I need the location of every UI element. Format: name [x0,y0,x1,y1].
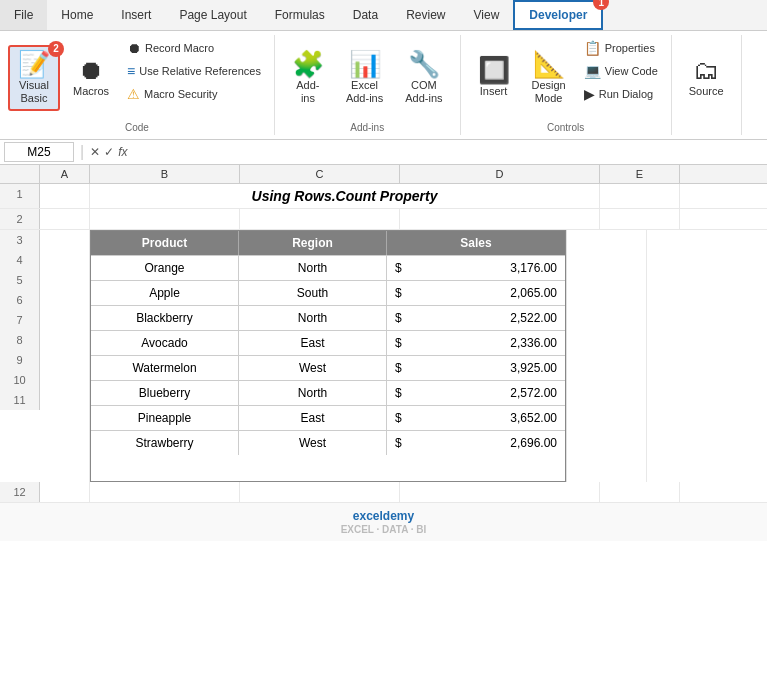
source-button[interactable]: 🗂 Source [680,52,733,103]
cell-d2[interactable] [400,209,600,229]
cell-region[interactable]: North [239,306,387,330]
row-num-12: 12 [0,482,40,502]
view-code-label: View Code [605,65,658,77]
cell-sales[interactable]: $ 2,336.00 [387,331,565,355]
macro-security-button[interactable]: ⚠ Macro Security [122,83,266,105]
record-macro-label: Record Macro [145,42,214,54]
com-add-ins-button[interactable]: 🔧 COMAdd-ins [396,46,451,110]
tab-review[interactable]: Review [392,0,459,30]
excel-add-ins-button[interactable]: 📊 ExcelAdd-ins [337,46,392,110]
cell-a12[interactable] [40,482,90,502]
sales-value: 2,572.00 [510,386,557,400]
tab-formulas[interactable]: Formulas [261,0,339,30]
cell-region[interactable]: West [239,431,387,455]
cell-a1[interactable] [40,184,90,208]
cell-c12[interactable] [240,482,400,502]
tab-page-layout[interactable]: Page Layout [165,0,260,30]
tab-home[interactable]: Home [47,0,107,30]
cell-region[interactable]: North [239,381,387,405]
cell-product[interactable]: Watermelon [91,356,239,380]
insert-function-icon[interactable]: fx [118,145,127,159]
cell-region[interactable]: North [239,256,387,280]
cell-region[interactable]: East [239,331,387,355]
cell-b12[interactable] [90,482,240,502]
row-num-7: 7 [0,310,40,330]
cell-product[interactable]: Pineapple [91,406,239,430]
col-header-a[interactable]: A [40,165,90,183]
row-num-11: 11 [0,390,40,410]
tab-data[interactable]: Data [339,0,392,30]
insert-button[interactable]: 🔲 Insert [469,52,519,103]
cell-e6[interactable] [567,314,647,342]
cell-sales[interactable]: $ 3,176.00 [387,256,565,280]
cell-sales[interactable]: $ 2,522.00 [387,306,565,330]
col-header-e[interactable]: E [600,165,680,183]
cell-e7[interactable] [567,342,647,370]
cell-e9[interactable] [567,398,647,426]
visual-basic-button[interactable]: 📝 VisualBasic 2 [8,45,60,111]
cell-a6[interactable] [40,314,90,342]
dollar-sign: $ [395,261,402,275]
cell-sales[interactable]: $ 2,572.00 [387,381,565,405]
cell-b1[interactable]: Using Rows.Count Property [90,184,600,208]
cell-a11[interactable] [40,454,90,482]
add-ins-label: Add-ins [296,79,319,105]
macro-security-label: Macro Security [144,88,217,100]
tab-developer[interactable]: Developer 1 [513,0,603,30]
col-header-b[interactable]: B [90,165,240,183]
cell-a9[interactable] [40,398,90,426]
cell-e12[interactable] [600,482,680,502]
cell-product[interactable]: Orange [91,256,239,280]
cell-product[interactable]: Blueberry [91,381,239,405]
properties-button[interactable]: 📋 Properties [579,37,663,59]
code-group-label: Code [0,122,274,133]
add-ins-button[interactable]: 🧩 Add-ins [283,46,333,110]
table-row: Blueberry North $ 2,572.00 [91,380,565,405]
cell-reference-box[interactable] [4,142,74,162]
cell-e3[interactable] [567,230,647,258]
design-mode-button[interactable]: 📐 DesignMode [523,46,575,110]
cell-e5[interactable] [567,286,647,314]
cell-product[interactable]: Strawberry [91,431,239,455]
cell-a5[interactable] [40,286,90,314]
cancel-formula-icon[interactable]: ✕ [90,145,100,159]
cell-e11[interactable] [567,454,647,482]
cell-e1[interactable] [600,184,680,208]
cell-product[interactable]: Blackberry [91,306,239,330]
cell-a3[interactable] [40,230,90,258]
col-header-d[interactable]: D [400,165,600,183]
cell-e2[interactable] [600,209,680,229]
cell-region[interactable]: South [239,281,387,305]
tab-file[interactable]: File [0,0,47,30]
view-code-button[interactable]: 💻 View Code [579,60,663,82]
cell-c2[interactable] [240,209,400,229]
cell-d12[interactable] [400,482,600,502]
cell-e4[interactable] [567,258,647,286]
run-dialog-button[interactable]: ▶ Run Dialog [579,83,663,105]
cell-sales[interactable]: $ 2,696.00 [387,431,565,455]
cell-e8[interactable] [567,370,647,398]
col-header-c[interactable]: C [240,165,400,183]
cell-product[interactable]: Apple [91,281,239,305]
cell-sales[interactable]: $ 2,065.00 [387,281,565,305]
visual-basic-icon: 📝 [18,51,50,77]
macros-button[interactable]: ⏺ Macros [64,52,118,103]
cell-a10[interactable] [40,426,90,454]
cell-sales[interactable]: $ 3,652.00 [387,406,565,430]
confirm-formula-icon[interactable]: ✓ [104,145,114,159]
cell-a7[interactable] [40,342,90,370]
tab-insert[interactable]: Insert [107,0,165,30]
cell-e10[interactable] [567,426,647,454]
cell-a2[interactable] [40,209,90,229]
cell-a4[interactable] [40,258,90,286]
cell-region[interactable]: East [239,406,387,430]
tab-view[interactable]: View [460,0,514,30]
cell-product[interactable]: Avocado [91,331,239,355]
formula-input[interactable] [132,143,764,161]
cell-region[interactable]: West [239,356,387,380]
cell-a8[interactable] [40,370,90,398]
cell-sales[interactable]: $ 3,925.00 [387,356,565,380]
cell-b2[interactable] [90,209,240,229]
record-macro-button[interactable]: ⏺ Record Macro [122,37,266,59]
use-relative-button[interactable]: ≡ Use Relative References [122,60,266,82]
